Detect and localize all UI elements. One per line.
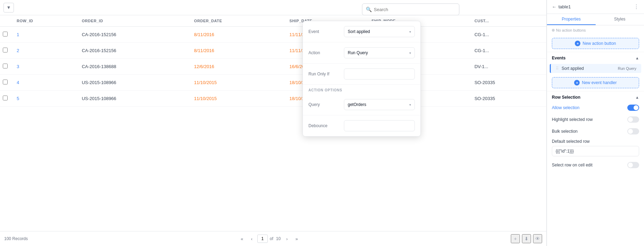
table-row: 1 CA-2016-152156 8/11/2016 11/11/2016 Se… <box>0 27 546 43</box>
bulk-selection-label: Bulk selection <box>552 129 578 134</box>
plus-icon-2: + <box>574 80 580 85</box>
col-header-cust: CUST... <box>470 15 546 27</box>
run-only-if-label: Run Only If <box>308 72 340 76</box>
allow-selection-row: Allow selection <box>547 102 644 114</box>
popup-run-only-if-row: Run Only If <box>303 63 420 84</box>
query-label: Query <box>308 102 340 107</box>
row-checkbox-4[interactable] <box>3 80 8 84</box>
allow-selection-toggle[interactable] <box>627 105 639 111</box>
select-row-on-cell-edit-row: Select row on cell edit <box>547 159 644 171</box>
search-input[interactable] <box>374 7 456 12</box>
tab-properties[interactable]: Properties <box>547 14 596 25</box>
row-checkbox-2[interactable] <box>3 48 8 52</box>
debounce-input[interactable] <box>344 120 415 131</box>
default-selected-row-input[interactable] <box>552 146 639 156</box>
plus-icon: + <box>575 41 580 46</box>
panel-tabs: Properties Styles <box>547 14 644 25</box>
action-chevron-icon: ▾ <box>409 51 411 55</box>
new-event-handler-button[interactable]: + New event handler <box>552 77 639 88</box>
events-section-header: Events ▲ <box>547 52 644 63</box>
prev-page-button[interactable]: ‹ <box>248 235 256 243</box>
drag-handle-icon: ⠿ <box>556 66 559 71</box>
panel-header: ← table1 ⋮ <box>547 0 644 14</box>
cell-row-id: 5 <box>13 91 78 107</box>
default-selected-row-section: Default selected row <box>547 137 644 145</box>
table-row: 4 US-2015-108966 11/10/2015 18/10/2015 S… <box>0 75 546 91</box>
event-popup: Event Sort applied ▾ Action Run Query ▾ … <box>303 21 421 137</box>
event-list-item[interactable]: ⠿ Sort applied Run Query <box>550 64 641 73</box>
page-number-input[interactable] <box>257 235 268 243</box>
row-checkbox-1[interactable] <box>3 32 8 36</box>
panel-title: table1 <box>558 4 571 9</box>
event-chevron-icon: ▾ <box>409 30 411 34</box>
search-icon: 🔍 <box>366 7 372 12</box>
next-page-button[interactable]: › <box>283 235 291 243</box>
no-action-label: No action buttons <box>547 25 644 35</box>
event-select[interactable]: Sort applied ▾ <box>344 26 415 37</box>
cell-order-id: US-2015-108966 <box>78 91 190 107</box>
action-select-value: Run Query <box>348 50 368 55</box>
filter-button[interactable]: ▼ <box>3 3 14 13</box>
tab-styles[interactable]: Styles <box>596 14 644 25</box>
cell-order-date: 11/10/2015 <box>190 91 285 107</box>
cell-order-id: US-2015-108966 <box>78 75 190 91</box>
panel-back-button[interactable]: ← table1 <box>552 4 571 9</box>
query-chevron-icon: ▾ <box>409 103 411 107</box>
table-container: ROW_ID ORDER_ID ORDER_DATE SHIP_DATE SHI… <box>0 15 546 231</box>
select-all-header <box>0 15 13 27</box>
new-event-label: New event handler <box>582 80 617 85</box>
cell-row-id: 2 <box>13 43 78 59</box>
cell-row-id: 1 <box>13 27 78 43</box>
cell-order-date: 8/11/2016 <box>190 27 285 43</box>
last-page-button[interactable]: » <box>292 235 301 243</box>
row-selection-header: Row Selection ▲ <box>547 91 644 102</box>
row-checkbox-3[interactable] <box>3 64 8 68</box>
download-button[interactable]: ⬇ <box>522 234 531 243</box>
table-row: 5 US-2015-108966 11/10/2015 18/10/2015 S… <box>0 91 546 107</box>
search-bar: 🔍 <box>362 3 459 15</box>
highlight-selected-row-label: Highlight selected row <box>552 117 593 122</box>
bulk-selection-toggle[interactable] <box>627 128 639 134</box>
row-selection-title: Row Selection <box>552 95 580 100</box>
row-selection-chevron-icon[interactable]: ▲ <box>635 95 639 99</box>
table-row: 3 CA-2016-138688 12/6/2016 16/6/2016 Sec… <box>0 59 546 75</box>
bulk-selection-row: Bulk selection <box>547 125 644 137</box>
action-label: Action <box>308 50 340 55</box>
page-of-label: of <box>270 236 273 241</box>
col-header-row-id: ROW_ID <box>13 15 78 27</box>
query-select[interactable]: getOrders ▾ <box>344 99 415 110</box>
refresh-button[interactable]: 👁 <box>533 234 542 243</box>
back-arrow-icon: ← <box>552 4 556 9</box>
events-chevron-icon[interactable]: ▲ <box>635 56 639 60</box>
add-row-button[interactable]: + <box>511 234 520 243</box>
action-options-header: ACTION OPTIONS <box>303 84 420 94</box>
event-label: Event <box>308 29 340 34</box>
cell-order-date: 8/11/2016 <box>190 43 285 59</box>
highlight-selected-row-toggle[interactable] <box>627 116 639 123</box>
pagination: « ‹ of 10 › » <box>238 235 301 243</box>
popup-action-row: Action Run Query ▾ <box>303 42 420 63</box>
events-title: Events <box>552 56 565 60</box>
cell-cust: DV-1... <box>470 59 546 75</box>
new-action-button[interactable]: + New action button <box>552 38 639 49</box>
action-select[interactable]: Run Query ▾ <box>344 47 415 58</box>
cell-order-id: CA-2016-152156 <box>78 43 190 59</box>
row-checkbox-5[interactable] <box>3 96 8 100</box>
cell-row-id: 3 <box>13 59 78 75</box>
allow-selection-label: Allow selection <box>552 105 579 110</box>
search-bar-container: 🔍 <box>362 3 459 15</box>
new-action-label: New action button <box>582 41 616 46</box>
popup-event-row: Event Sort applied ▾ <box>303 21 420 42</box>
popup-query-row: Query getOrders ▾ <box>303 94 420 115</box>
panel-menu-icon[interactable]: ⋮ <box>634 3 639 10</box>
data-table: ROW_ID ORDER_ID ORDER_DATE SHIP_DATE SHI… <box>0 15 546 107</box>
cell-cust: CG-1... <box>470 43 546 59</box>
cell-cust: SO-20335 <box>470 91 546 107</box>
run-only-if-input[interactable] <box>344 68 415 80</box>
default-selected-row-label: Default selected row <box>552 139 590 144</box>
cell-order-id: CA-2016-152156 <box>78 27 190 43</box>
page-total: 10 <box>276 236 281 241</box>
first-page-button[interactable]: « <box>238 235 246 243</box>
select-row-on-cell-edit-toggle[interactable] <box>627 162 639 168</box>
highlight-selected-row-row: Highlight selected row <box>547 114 644 125</box>
